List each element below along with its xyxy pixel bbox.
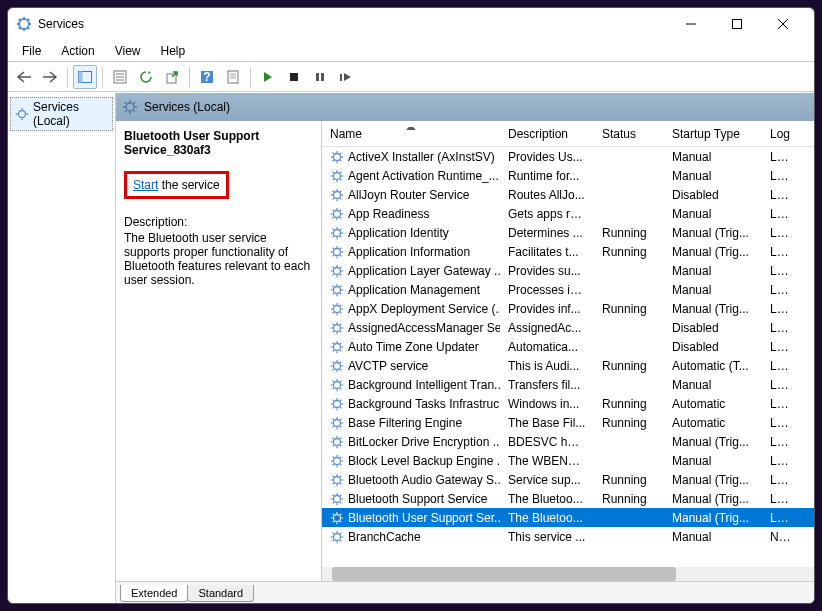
service-status-cell: Running (594, 416, 664, 430)
view-tabs: Extended Standard (116, 581, 814, 603)
svg-line-168 (333, 407, 334, 408)
service-row[interactable]: Bluetooth Audio Gateway S...Service sup.… (322, 470, 814, 489)
service-row[interactable]: App ReadinessGets apps re...ManualLoca (322, 204, 814, 223)
svg-line-103 (333, 266, 334, 267)
service-name-cell: Background Intelligent Tran... (322, 378, 500, 392)
service-row[interactable]: Block Level Backup Engine ...The WBENG..… (322, 451, 814, 470)
column-logon[interactable]: Log (762, 127, 802, 141)
svg-line-221 (340, 521, 341, 522)
service-row[interactable]: Background Intelligent Tran...Transfers … (322, 375, 814, 394)
service-row[interactable]: BitLocker Drive Encryption ...BDESVC hos… (322, 432, 814, 451)
svg-line-41 (134, 111, 136, 113)
service-logon-cell: Loca (762, 397, 802, 411)
service-row[interactable]: BranchCacheThis service ...ManualNetv (322, 527, 814, 546)
titlebar[interactable]: Services (8, 8, 814, 40)
service-row[interactable]: Application IdentityDetermines ...Runnin… (322, 223, 814, 242)
tab-extended[interactable]: Extended (120, 585, 188, 602)
service-name-cell: Block Level Backup Engine ... (322, 454, 500, 468)
svg-line-124 (340, 304, 341, 305)
service-row[interactable]: Bluetooth Support ServiceThe Bluetoo...R… (322, 489, 814, 508)
svg-line-61 (340, 171, 341, 172)
refresh-button[interactable] (134, 65, 158, 89)
list-body[interactable]: ActiveX Installer (AxInstSV)Provides Us.… (322, 147, 814, 567)
service-startup-cell: Manual (Trig... (664, 302, 762, 316)
service-row[interactable]: Application Layer Gateway ...Provides su… (322, 261, 814, 280)
service-logon-cell: Loca (762, 245, 802, 259)
svg-point-71 (334, 210, 341, 217)
svg-line-203 (340, 483, 341, 484)
service-row[interactable]: AVCTP serviceThis is Audi...RunningAutom… (322, 356, 814, 375)
svg-line-43 (134, 102, 136, 104)
back-button[interactable] (12, 65, 36, 89)
right-content: Bluetooth User Support Service_830af3 St… (116, 121, 814, 581)
console-tree[interactable]: Services (Local) (8, 93, 116, 603)
svg-line-157 (333, 380, 334, 381)
action-button[interactable] (221, 65, 245, 89)
service-status-cell: Running (594, 226, 664, 240)
stop-service-button[interactable] (282, 65, 306, 89)
menubar: File Action View Help (8, 40, 814, 62)
svg-line-105 (333, 274, 334, 275)
service-row[interactable]: Background Tasks Infrastruc...Windows in… (322, 394, 814, 413)
service-row[interactable]: Agent Activation Runtime_...Runtime for.… (322, 166, 814, 185)
service-logon-cell: Loca (762, 302, 802, 316)
service-desc-cell: The WBENG... (500, 454, 594, 468)
service-row[interactable]: ActiveX Installer (AxInstSV)Provides Us.… (322, 147, 814, 166)
menu-action[interactable]: Action (51, 42, 104, 60)
svg-line-232 (340, 532, 341, 533)
forward-button[interactable] (38, 65, 62, 89)
minimize-button[interactable] (668, 9, 714, 39)
service-desc-cell: AssignedAc... (500, 321, 594, 335)
svg-line-87 (333, 236, 334, 237)
service-row[interactable]: AllJoyn Router ServiceRoutes AllJo...Dis… (322, 185, 814, 204)
play-icon (262, 71, 274, 83)
service-row[interactable]: Auto Time Zone UpdaterAutomatica...Disab… (322, 337, 814, 356)
service-row[interactable]: Application InformationFacilitates t...R… (322, 242, 814, 261)
tab-standard[interactable]: Standard (187, 585, 254, 602)
pause-service-button[interactable] (308, 65, 332, 89)
column-startup[interactable]: Startup Type (664, 127, 762, 141)
service-desc-cell: Runtime for... (500, 169, 594, 183)
maximize-button[interactable] (714, 9, 760, 39)
svg-line-40 (125, 102, 127, 104)
horizontal-scrollbar[interactable] (322, 567, 814, 581)
svg-line-169 (340, 399, 341, 400)
service-row[interactable]: AssignedAccessManager Se...AssignedAc...… (322, 318, 814, 337)
service-desc-cell: Determines ... (500, 226, 594, 240)
help-button[interactable]: ? (195, 65, 219, 89)
svg-point-170 (334, 419, 341, 426)
service-row[interactable]: Application ManagementProcesses in...Man… (322, 280, 814, 299)
service-status-cell: Running (594, 397, 664, 411)
svg-line-67 (333, 190, 334, 191)
menu-view[interactable]: View (105, 42, 151, 60)
svg-line-194 (340, 464, 341, 465)
properties-button[interactable] (108, 65, 132, 89)
show-hide-tree-button[interactable] (73, 65, 97, 89)
column-name[interactable]: Name (322, 127, 500, 141)
start-service-link[interactable]: Start (133, 178, 158, 192)
service-startup-cell: Manual (Trig... (664, 226, 762, 240)
close-button[interactable] (760, 9, 806, 39)
service-logon-cell: Loca (762, 454, 802, 468)
minimize-icon (686, 19, 696, 29)
service-startup-cell: Automatic (664, 397, 762, 411)
svg-line-214 (340, 494, 341, 495)
column-description[interactable]: Description (500, 127, 594, 141)
menu-help[interactable]: Help (151, 42, 196, 60)
selected-service-name: Bluetooth User Support Service_830af3 (124, 129, 313, 157)
export-button[interactable] (160, 65, 184, 89)
svg-line-86 (340, 236, 341, 237)
svg-line-178 (340, 418, 341, 419)
service-row[interactable]: Base Filtering EngineThe Base Fil...Runn… (322, 413, 814, 432)
service-row[interactable]: Bluetooth User Support Ser...The Bluetoo… (322, 508, 814, 527)
restart-service-button[interactable] (334, 65, 358, 89)
start-service-button[interactable] (256, 65, 280, 89)
service-name-cell: Bluetooth Support Service (322, 492, 500, 506)
service-status-cell: Running (594, 473, 664, 487)
service-startup-cell: Manual (664, 530, 762, 544)
column-status[interactable]: Status (594, 127, 664, 141)
menu-file[interactable]: File (12, 42, 51, 60)
tree-services-local[interactable]: Services (Local) (10, 97, 113, 131)
service-row[interactable]: AppX Deployment Service (...Provides inf… (322, 299, 814, 318)
svg-line-185 (340, 445, 341, 446)
